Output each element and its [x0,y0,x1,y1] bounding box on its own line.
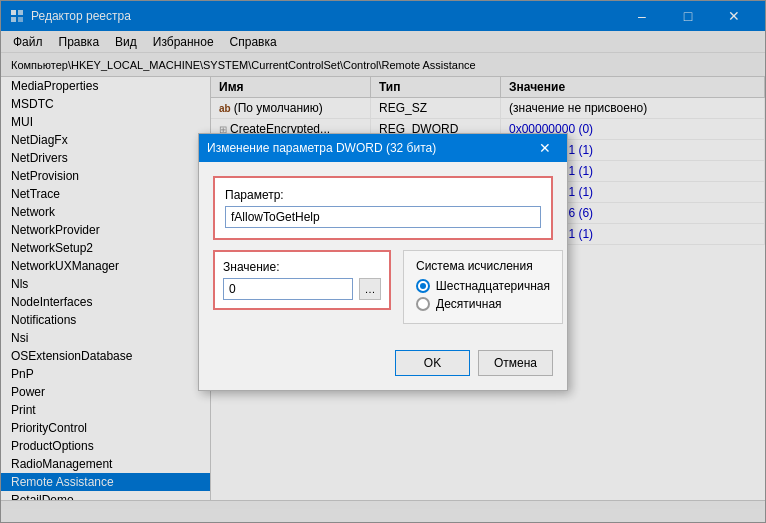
value-label: Значение: [223,260,381,274]
param-label: Параметр: [225,188,541,202]
value-field-group: Значение: … [213,250,391,310]
value-input-row: … [223,278,381,300]
radio-dec-btn[interactable] [416,297,430,311]
radio-dec-option[interactable]: Десятичная [416,297,550,311]
dialog-buttons: OK Отмена [199,346,567,390]
dialog-body: Параметр: Значение: … Система исчисления [199,162,567,346]
radio-hex-btn[interactable] [416,279,430,293]
value-input[interactable] [223,278,353,300]
hex-indicator[interactable]: … [359,278,381,300]
value-row: Значение: … Система исчисления Шестнадца… [213,250,553,324]
radio-hex-option[interactable]: Шестнадцатеричная [416,279,550,293]
radio-dec-label: Десятичная [436,297,502,311]
cancel-button[interactable]: Отмена [478,350,553,376]
dialog-close-button[interactable]: ✕ [531,134,559,162]
dialog-title-bar: Изменение параметра DWORD (32 бита) ✕ [199,134,567,162]
dword-edit-dialog: Изменение параметра DWORD (32 бита) ✕ Па… [198,133,568,391]
radio-hex-label: Шестнадцатеричная [436,279,550,293]
base-group-label: Система исчисления [416,259,550,273]
param-input[interactable] [225,206,541,228]
ok-button[interactable]: OK [395,350,470,376]
param-field-group: Параметр: [213,176,553,240]
dialog-overlay: Изменение параметра DWORD (32 бита) ✕ Па… [0,0,766,523]
dialog-title: Изменение параметра DWORD (32 бита) [207,141,531,155]
base-radio-group: Система исчисления Шестнадцатеричная Дес… [403,250,563,324]
